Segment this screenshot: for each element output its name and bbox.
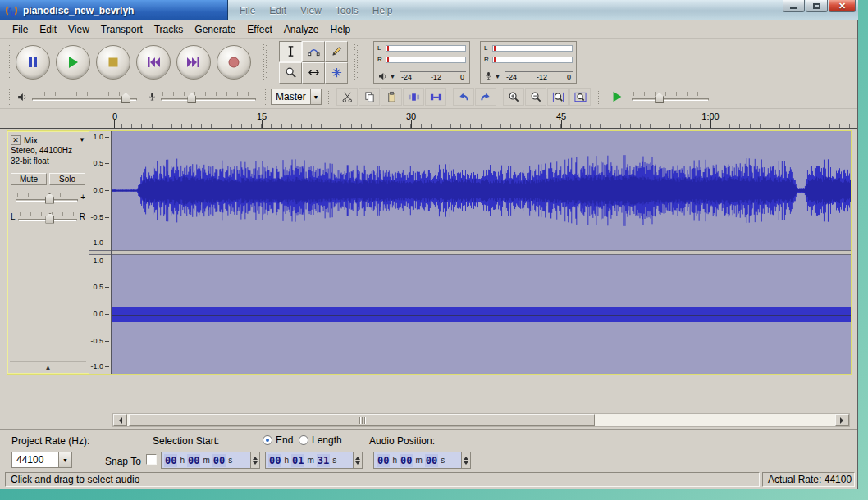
maximize-button[interactable] (806, 0, 828, 12)
menu-view[interactable]: View (62, 22, 95, 37)
bg-menu-edit[interactable]: Edit (269, 5, 286, 16)
audio-position-time[interactable]: 00h 00m 00s (373, 452, 471, 469)
close-button[interactable]: ✕ (829, 0, 856, 12)
dropdown-arrow-icon[interactable]: ▼ (310, 89, 321, 104)
toolbar-gripper[interactable] (263, 89, 267, 105)
copy-button[interactable] (359, 88, 380, 106)
toolbar-gripper[interactable] (354, 44, 359, 80)
selection-start-label: Selection Start: (153, 435, 219, 447)
bg-menu-file[interactable]: File (240, 5, 255, 16)
mute-button[interactable]: Mute (11, 173, 47, 185)
multi-tool-button[interactable] (325, 62, 348, 84)
fit-project-button[interactable] (569, 88, 591, 106)
play-button[interactable] (56, 45, 90, 80)
redo-button[interactable] (475, 88, 496, 106)
gain-slider[interactable] (16, 190, 78, 205)
selection-start-time[interactable]: 00h 00m 00s (161, 452, 260, 469)
zoom-tool-button[interactable] (279, 62, 302, 84)
menu-edit[interactable]: Edit (34, 22, 62, 37)
solo-button[interactable]: Solo (49, 173, 85, 185)
waveform-channel2[interactable] (112, 255, 851, 374)
selection-tool-icon (285, 45, 297, 57)
menu-generate[interactable]: Generate (189, 22, 241, 37)
dropdown-arrow-icon[interactable]: ▼ (495, 73, 500, 81)
project-rate-value: 44100 (12, 454, 58, 466)
bg-menu-help[interactable]: Help (372, 5, 393, 16)
skip-to-start-button[interactable] (136, 45, 171, 80)
stop-icon (106, 55, 121, 70)
track-name[interactable]: Mix (24, 135, 38, 145)
length-radio[interactable]: Length (299, 434, 342, 446)
zoom-out-icon (530, 91, 542, 103)
playback-speed-slider[interactable] (632, 89, 709, 104)
menu-analyze[interactable]: Analyze (278, 22, 325, 37)
bg-menu-view[interactable]: View (300, 5, 322, 16)
paste-button[interactable] (381, 88, 402, 106)
scrollbar-track[interactable] (127, 414, 835, 426)
playback-meter[interactable]: L R ▼ -24-120 (373, 41, 470, 84)
selection-tool-button[interactable] (279, 41, 302, 62)
bg-menu-tools[interactable]: Tools (336, 5, 359, 16)
record-button[interactable] (217, 45, 251, 80)
play-speed-icon (610, 90, 624, 103)
fit-selection-button[interactable] (547, 88, 569, 106)
track-format-info: Stereo, 44100Hz (11, 146, 85, 157)
pause-button[interactable] (16, 45, 50, 80)
track-close-icon[interactable]: ✕ (11, 135, 21, 145)
envelope-tool-button[interactable] (302, 41, 325, 62)
output-volume-slider[interactable] (32, 89, 137, 104)
time-spinner[interactable] (353, 452, 362, 468)
menu-help[interactable]: Help (325, 22, 357, 37)
timeline-ruler[interactable]: 0 15 30 45 1:00 (0, 109, 857, 129)
track-bitdepth-info: 32-bit float (11, 157, 85, 167)
input-volume-slider[interactable] (161, 89, 256, 104)
toolbar-gripper[interactable] (328, 89, 332, 105)
toolbar-gripper[interactable] (7, 44, 11, 80)
undo-button[interactable] (453, 88, 474, 106)
stop-button[interactable] (96, 45, 130, 80)
draw-tool-button[interactable] (325, 41, 348, 62)
audio-position-label: Audio Position: (369, 435, 435, 447)
time-spinner[interactable] (250, 452, 259, 468)
zoom-out-button[interactable] (525, 88, 546, 106)
menu-file[interactable]: File (7, 22, 34, 37)
scroll-right-button[interactable] (835, 414, 849, 426)
time-shift-tool-button[interactable] (302, 62, 325, 84)
timeline-scale[interactable]: 0 15 30 45 1:00 (112, 109, 850, 128)
audacity-titlebar[interactable]: pianodisc_new_bevrlyh (0, 0, 228, 20)
dropdown-arrow-icon[interactable]: ▼ (390, 73, 395, 81)
trim-outside-selection-button[interactable] (403, 88, 424, 106)
dropdown-arrow-icon[interactable]: ▼ (58, 452, 71, 467)
record-icon (226, 55, 241, 70)
snap-to-checkbox[interactable] (146, 454, 157, 465)
vertical-ruler-ch1[interactable]: 1.0 0.5 0.0 -0.5 -1.0 (89, 131, 111, 250)
skip-to-end-button[interactable] (176, 45, 211, 80)
cut-button[interactable] (336, 88, 358, 106)
menu-transport[interactable]: Transport (95, 22, 148, 37)
recording-meter[interactable]: L R ▼ -24-120 (480, 41, 577, 84)
vertical-ruler-ch2[interactable]: 1.0 0.5 0.0 -0.5 -1.0 (89, 255, 111, 374)
menu-tracks[interactable]: Tracks (148, 22, 190, 37)
input-source-select[interactable]: Master ▼ (271, 89, 322, 105)
horizontal-scrollbar[interactable] (112, 413, 850, 427)
waveform-area[interactable] (112, 131, 851, 374)
time-spinner[interactable] (461, 452, 470, 468)
toolbar-gripper[interactable] (7, 89, 11, 105)
track-collapse-button[interactable]: ▲ (10, 361, 86, 373)
track-menu-arrow-icon[interactable]: ▼ (79, 136, 85, 143)
menubar: File Edit View Transport Tracks Generate… (0, 20, 857, 39)
end-radio[interactable]: End (263, 434, 293, 446)
project-rate-select[interactable]: 44100 ▼ (11, 452, 72, 468)
pan-slider[interactable] (18, 210, 77, 225)
minimize-button[interactable] (783, 0, 805, 12)
toolbar-gripper[interactable] (263, 44, 267, 80)
toolbar-gripper[interactable] (598, 89, 602, 105)
scrollbar-thumb[interactable] (129, 414, 595, 426)
zoom-in-button[interactable] (503, 88, 524, 106)
waveform-canvas[interactable] (112, 131, 851, 250)
selection-end-time[interactable]: 00h 01m 31s (265, 452, 363, 469)
play-at-speed-button[interactable] (606, 88, 628, 106)
silence-selection-button[interactable] (425, 88, 446, 106)
scroll-left-button[interactable] (113, 414, 127, 426)
menu-effect[interactable]: Effect (241, 22, 277, 37)
